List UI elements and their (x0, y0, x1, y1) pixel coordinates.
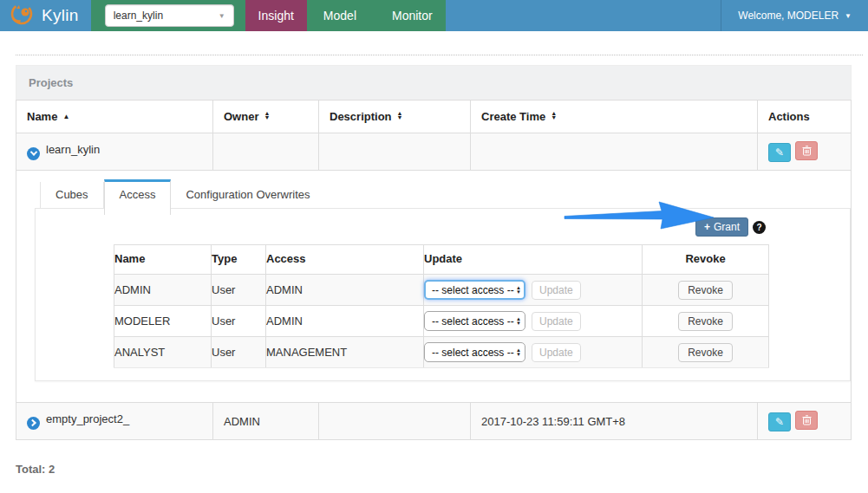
project-name-cell[interactable]: learn_kylin (16, 133, 213, 171)
revoke-button[interactable]: Revoke (678, 312, 733, 331)
select-stepper-icon: ▲▼ (516, 348, 521, 357)
access-user-access: MANAGEMENT (266, 337, 424, 368)
access-col-name: Name (114, 245, 212, 275)
project-name: learn_kylin (46, 143, 100, 156)
delete-project-button[interactable] (795, 411, 818, 430)
project-owner-cell: ADMIN (213, 403, 319, 440)
table-row: empty_project2_ ADMIN 2017-10-23 11:59:1… (16, 403, 852, 440)
access-table: Name Type Access Update Revoke ADMIN Use… (114, 244, 769, 368)
access-col-update: Update (424, 245, 643, 275)
project-actions-cell: ✎ (758, 403, 852, 440)
expand-row-icon[interactable] (27, 417, 40, 430)
update-button[interactable]: Update (532, 343, 581, 362)
tab-cubes[interactable]: Cubes (40, 182, 104, 208)
detail-tabs: Cubes Access Configuration Overwrites (40, 179, 325, 208)
access-row: MODELER User ADMIN -- select access --▲▼… (114, 306, 769, 337)
nav-tab-monitor[interactable]: Monitor (379, 0, 446, 31)
access-user-type: User (212, 337, 266, 368)
brand[interactable]: Kylin (0, 0, 91, 31)
edit-project-button[interactable]: ✎ (768, 143, 791, 162)
project-description-cell (319, 403, 471, 440)
user-menu[interactable]: Welcome, MODELER ▼ (721, 0, 868, 31)
access-row: ADMIN User ADMIN -- select access --▲▼Up… (114, 275, 769, 306)
access-select[interactable]: -- select access --▲▼ (424, 342, 525, 362)
access-user-name: ANALYST (114, 337, 212, 368)
projects-header-row: Name▲ Owner▲▼ Description▲▼ Create Time▲… (16, 101, 852, 133)
access-user-type: User (212, 275, 266, 306)
access-user-name: MODELER (114, 306, 212, 337)
project-detail-row: Cubes Access Configuration Overwrites + … (16, 171, 852, 403)
column-header-description[interactable]: Description▲▼ (319, 101, 471, 133)
edit-project-button[interactable]: ✎ (768, 412, 791, 431)
access-user-name: ADMIN (114, 275, 212, 306)
grant-button-label: Grant (714, 221, 740, 233)
project-actions-cell: ✎ (758, 133, 852, 171)
access-revoke-cell: Revoke (643, 306, 769, 337)
column-header-name[interactable]: Name▲ (16, 101, 213, 133)
update-button[interactable]: Update (532, 312, 581, 331)
access-row: ANALYST User MANAGEMENT -- select access… (114, 337, 769, 368)
project-name: empty_project2_ (46, 412, 129, 425)
access-user-type: User (212, 306, 266, 337)
access-update-cell: -- select access --▲▼Update (424, 306, 643, 337)
plus-icon: + (704, 221, 710, 233)
sort-asc-icon: ▲ (62, 113, 69, 120)
chevron-down-icon: ▼ (219, 12, 225, 20)
user-menu-label: Welcome, MODELER (738, 10, 839, 22)
access-col-type: Type (212, 245, 266, 275)
caret-down-icon: ▼ (845, 12, 852, 20)
project-name-cell[interactable]: empty_project2_ (16, 403, 213, 440)
column-header-create-time[interactable]: Create Time▲▼ (471, 101, 758, 133)
projects-table: Name▲ Owner▲▼ Description▲▼ Create Time▲… (16, 100, 852, 440)
brand-title: Kylin (42, 6, 79, 25)
access-user-access: ADMIN (266, 306, 424, 337)
panel-title: Projects (16, 65, 852, 100)
project-description-cell (319, 133, 471, 171)
grant-row: + Grant ? (36, 217, 766, 237)
project-select[interactable]: learn_kylin ▼ (105, 4, 234, 27)
access-revoke-cell: Revoke (643, 337, 769, 368)
total-count: Total: 2 (16, 463, 868, 476)
access-header-row: Name Type Access Update Revoke (114, 245, 769, 275)
access-tab-content: + Grant ? Name Type Access Update (35, 208, 851, 381)
page-divider (16, 55, 863, 55)
revoke-button[interactable]: Revoke (678, 281, 733, 300)
projects-panel: Projects Name▲ Owner▲▼ Description▲▼ Cre… (16, 65, 852, 440)
nav-tab-insight[interactable]: Insight (245, 0, 307, 31)
sort-both-icon: ▲▼ (264, 111, 270, 120)
trash-icon (802, 415, 812, 425)
collapse-row-icon[interactable] (27, 147, 40, 160)
pencil-icon: ✎ (775, 416, 784, 428)
access-revoke-cell: Revoke (643, 275, 769, 306)
grant-button[interactable]: + Grant (695, 217, 748, 237)
revoke-button[interactable]: Revoke (678, 343, 733, 362)
select-stepper-icon: ▲▼ (516, 286, 521, 295)
column-header-actions: Actions (758, 101, 852, 133)
tab-configuration-overwrites[interactable]: Configuration Overwrites (171, 182, 324, 208)
project-create-time-cell: 2017-10-23 11:59:11 GMT+8 (471, 403, 758, 440)
access-user-access: ADMIN (266, 275, 424, 306)
access-col-access: Access (266, 245, 424, 275)
help-icon[interactable]: ? (753, 221, 766, 234)
kylin-logo-icon (9, 2, 35, 29)
select-stepper-icon: ▲▼ (516, 317, 521, 326)
access-col-revoke: Revoke (643, 245, 769, 275)
project-owner-cell (213, 133, 319, 171)
table-row: learn_kylin ✎ (16, 133, 852, 171)
access-select[interactable]: -- select access --▲▼ (424, 311, 525, 331)
project-create-time-cell (471, 133, 758, 171)
tab-access[interactable]: Access (104, 179, 172, 215)
sort-both-icon: ▲▼ (397, 111, 403, 120)
sort-both-icon: ▲▼ (551, 111, 557, 120)
access-select[interactable]: -- select access --▲▼ (424, 280, 525, 300)
nav-tab-model[interactable]: Model (310, 0, 369, 31)
trash-icon (802, 146, 812, 156)
project-detail-tabpanel: Cubes Access Configuration Overwrites + … (35, 179, 851, 381)
delete-project-button[interactable] (795, 141, 818, 160)
update-button[interactable]: Update (532, 281, 581, 300)
pencil-icon: ✎ (775, 146, 784, 159)
navbar-green-section: learn_kylin ▼ Insight Model Monitor (91, 0, 446, 31)
access-update-cell: -- select access --▲▼Update (424, 275, 643, 306)
column-header-owner[interactable]: Owner▲▼ (213, 101, 319, 133)
top-navbar: Kylin learn_kylin ▼ Insight Model Monito… (0, 0, 868, 31)
